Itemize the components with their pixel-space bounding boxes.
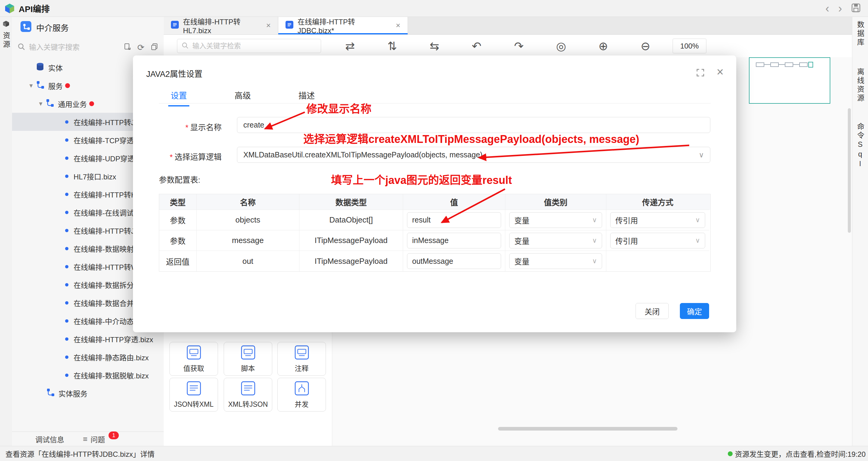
horizontal-scrollbar[interactable] [498,427,678,431]
palette-item-xml2json[interactable]: XML转JSON [224,378,272,411]
close-button[interactable]: 关闭 [636,303,669,319]
bullet-icon [65,156,68,160]
close-icon[interactable]: × [396,21,400,30]
locate-icon[interactable]: ◎ [555,39,567,53]
app-logo-icon [4,3,15,14]
required-mark: * [185,123,188,132]
zoom-out-icon[interactable]: ⊖ [640,39,652,53]
close-icon[interactable]: × [266,21,271,30]
java2-properties-dialog: JAVA2属性设置 × 设置 高级 描述 *显示名称 *选择运算逻辑 XMLDa… [133,56,736,332]
value-category-select[interactable]: 变量 ∨ [509,253,602,269]
palette-item-json2xml[interactable]: JSON转XML [169,378,218,411]
undo-icon[interactable]: ↶ [471,39,483,53]
palette-item-concurrent[interactable]: 并发 [277,378,326,411]
confirm-button[interactable]: 确定 [680,303,709,319]
status-message: 查看资源「在线编排-HTTP转JDBC.bizx」详情 [5,448,155,459]
chevron-down-icon: ∨ [592,237,597,245]
tab-database[interactable]: 数据库 [852,21,868,47]
search-icon [182,42,189,50]
tree-node-entity-service[interactable]: 实体服务 [12,384,164,402]
editor-toolbar: ⇄ ⇅ ⇆ ↶ ↷ ◎ ⊕ ⊖ 100% [164,35,852,58]
param-table-caption: 参数配置表: [159,174,200,185]
editor-tab-active[interactable]: 在线编排-HTTP转JDBC.bizx* × [278,17,408,34]
palette-item-script[interactable]: 脚本 [224,342,272,376]
editor-tabbar: 在线编排-HTTP转HL7.bizx × 在线编排-HTTP转JDBC.bizx… [164,17,852,35]
bizx-file-icon [285,21,293,30]
tree-item[interactable]: 在线编排-数据脱敏.bizx [12,366,164,384]
editor-tab[interactable]: 在线编排-HTTP转HL7.bizx × [164,17,278,34]
forward-icon[interactable]: › [838,3,842,14]
redo-icon[interactable]: ↷ [513,39,525,53]
value-category-select[interactable]: 变量 ∨ [509,233,602,248]
bullet-icon [65,283,68,286]
status-bar: 查看资源「在线编排-HTTP转JDBC.bizx」详情 资源发生变更，点击查看,… [0,446,868,461]
json-to-xml-icon [187,381,201,397]
bullet-icon [65,319,68,322]
fullscreen-icon[interactable] [696,68,705,79]
tabs-divider [159,103,711,103]
copy-icon[interactable] [150,43,158,52]
caret-down-icon[interactable]: ▾ [36,100,45,107]
tab-debug-info[interactable]: 调试信息 [35,434,64,444]
chevron-down-icon: ∨ [695,216,700,224]
zoom-in-icon[interactable]: ⊕ [597,39,609,53]
back-icon[interactable]: ‹ [826,3,829,14]
bizx-file-icon [171,21,179,30]
param-table-row: 参数 message ITipMessagePayload 变量 ∨ 传引用 ∨ [159,230,710,251]
sidebar-search-input[interactable] [28,43,120,52]
transform-icon-1[interactable]: ⇄ [344,39,356,53]
empty-cell [606,251,709,271]
param-value-input[interactable] [407,212,501,228]
chevron-down-icon: ∨ [592,216,597,224]
minimap[interactable] [749,57,830,104]
xml-to-json-icon [241,381,255,397]
tab-advanced[interactable]: 高级 [232,88,253,106]
close-icon[interactable]: × [717,66,723,78]
tab-offline-resource[interactable]: 离线资源 [852,68,868,103]
app-title: API编排 [19,2,50,14]
annotation-result: 填写上一个java图元的返回变量result [331,171,512,187]
canvas-search [177,39,321,53]
service-flow-icon [36,81,44,91]
right-panel-strip: 数据库 离线资源 命令Sql [852,17,868,446]
tree-item[interactable]: 在线编排-HTTP穿透.bizx [12,330,164,348]
pass-mode-select[interactable]: 传引用 ∨ [610,212,705,228]
transform-icon-3[interactable]: ⇆ [428,39,440,53]
zoom-level-select[interactable]: 100% [673,39,706,53]
caret-down-icon[interactable]: ▾ [27,82,36,90]
active-tab-indicator [278,33,408,34]
status-green-dot-icon [728,451,733,456]
search-icon [18,43,25,52]
pass-mode-select[interactable]: 传引用 ∨ [610,233,705,248]
palette-item-value-get[interactable]: 值获取 [169,342,218,376]
error-badge [65,83,70,88]
menu-icon: ≡ [83,434,87,444]
resource-strip[interactable]: 资源 [0,17,12,446]
chevron-down-icon: ∨ [695,237,700,245]
transform-icon-2[interactable]: ⇅ [386,39,398,53]
palette-item-comment[interactable]: 注释 [277,342,326,376]
tree-item[interactable]: 在线编排-静态路由.bizx [12,348,164,366]
param-value-input[interactable] [407,253,501,269]
refresh-icon[interactable]: ⟳ [137,42,145,53]
entity-db-icon [36,62,44,73]
value-category-select[interactable]: 变量 ∨ [509,212,602,228]
bullet-icon [65,337,68,341]
bullet-icon [65,301,68,305]
tab-problems[interactable]: ≡ 问题 1 [83,434,118,444]
sidebar-bottom-tabs: 调试信息 ≡ 问题 1 [12,431,164,446]
chevron-down-icon: ∨ [592,257,597,265]
concurrent-icon [294,381,309,397]
sidebar-header: 中介服务 [12,17,164,39]
vertical-scrollbar[interactable] [848,108,851,233]
comment-icon [294,345,309,361]
resource-strip-label: 资源 [1,32,11,49]
canvas-search-input[interactable] [192,41,302,50]
logic-select[interactable]: XMLDataBaseUtil.createXMLToITipMessagePa… [237,147,710,163]
param-value-input[interactable] [407,233,501,248]
save-icon[interactable] [851,3,861,14]
tab-command-sql[interactable]: 命令Sql [852,123,868,169]
tab-settings[interactable]: 设置 [168,88,189,106]
resource-change-notice[interactable]: 资源发生变更，点击查看,检查时间:19:20 [728,448,866,459]
import-doc-icon[interactable] [124,43,131,52]
